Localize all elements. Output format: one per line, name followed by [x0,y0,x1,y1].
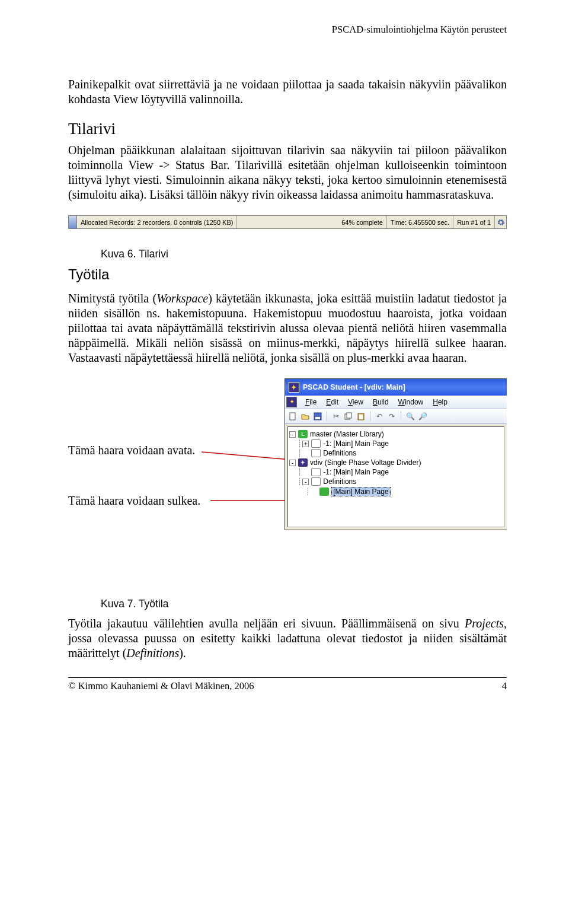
page-number: 4 [502,680,507,692]
redo-icon[interactable]: ↷ [386,411,397,422]
save-icon[interactable] [312,411,323,422]
collapse-icon[interactable]: - [289,460,296,466]
figure-caption: Kuva 7. Työtila [101,598,507,610]
running-header: PSCAD-simulointiohjelma Käytön perusteet [68,24,507,36]
menu-file[interactable]: File [301,398,321,406]
paragraph: Nimitystä työtila (Workspace) käytetään … [68,291,507,365]
tree-row: -Lmaster (Master Library) [289,429,503,439]
window-title: PSCAD Student - [vdiv: Main] [303,383,405,391]
tree-row: ┊+-1: [Main] Main Page [289,439,503,448]
status-progress: 64% complete [338,216,387,228]
zoom-in-icon[interactable]: 🔍 [405,411,415,422]
svg-rect-6 [347,413,351,418]
copy-icon[interactable] [343,411,354,422]
new-icon[interactable] [287,411,298,422]
app-icon: ✦ [286,397,297,407]
project-tree[interactable]: -Lmaster (Master Library) ┊+-1: [Main] M… [287,426,504,527]
page-icon [311,477,321,486]
library-icon: L [298,430,308,438]
pscad-window: ✦ PSCAD Student - [vdiv: Main] ✦ File Ed… [284,378,507,530]
status-time: Time: 6.455500 sec. [387,216,453,228]
project-icon: ✦ [298,458,308,467]
status-run: Run #1 of 1 [453,216,494,228]
menu-build[interactable]: Build [368,398,394,406]
paragraph: Painikepalkit ovat siirrettäviä ja ne vo… [68,77,507,107]
app-icon: ✦ [289,382,299,393]
callout-close-branch: Tämä haara voidaan sulkea. [68,494,200,508]
menu-view[interactable]: View [343,398,368,406]
tree-row: ┊Definitions [289,448,503,458]
menu-edit[interactable]: Edit [321,398,343,406]
section-heading: Työtila [68,266,507,283]
figure-workspace: Tämä haara voidaan avata. Tämä haara voi… [68,378,507,574]
page-icon [311,439,321,448]
page-icon [311,449,321,457]
cut-icon[interactable]: ✂ [331,411,341,422]
menu-help[interactable]: Help [428,398,452,406]
collapse-icon[interactable]: - [302,479,309,485]
window-titlebar: ✦ PSCAD Student - [vdiv: Main] [285,379,507,396]
figure-caption: Kuva 6. Tilarivi [101,248,507,260]
footer-copyright: © Kimmo Kauhaniemi & Olavi Mäkinen, 2006 [68,680,254,692]
open-icon[interactable] [300,411,311,422]
svg-rect-4 [315,417,320,419]
expand-icon[interactable]: + [302,441,309,447]
menu-window[interactable]: Window [394,398,429,406]
section-heading: Tilarivi [68,120,507,138]
svg-line-0 [202,452,296,460]
collapse-icon[interactable]: - [289,431,296,438]
toolbar: ✂ ↶ ↷ 🔍 🔎 [285,409,507,424]
page-icon [319,488,329,496]
svg-rect-2 [290,413,295,420]
paragraph: Ohjelman pääikkunan alalaitaan sijoittuv… [68,143,507,202]
svg-rect-8 [359,415,363,419]
tree-row: -✦vdiv (Single Phase Voltage Divider) [289,458,503,467]
statusbar-grip [69,216,77,228]
tree-row: ┊-Definitions [289,477,503,486]
tree-row: ┊-1: [Main] Main Page [289,467,503,477]
page-footer: © Kimmo Kauhaniemi & Olavi Mäkinen, 2006… [68,677,507,692]
undo-icon[interactable]: ↶ [374,411,385,422]
tree-row: ┊[Main] Main Page [289,486,503,497]
paragraph: Työtila jakautuu välilehtien avulla nelj… [68,616,507,661]
figure-statusbar: Allocated Records: 2 recorders, 0 contro… [68,215,507,229]
status-records: Allocated Records: 2 recorders, 0 contro… [77,216,237,228]
zoom-out-icon[interactable]: 🔎 [417,411,428,422]
gear-icon [494,216,506,228]
menubar: ✦ File Edit View Build Window Help [285,396,507,409]
callout-open-branch: Tämä haara voidaan avata. [68,444,195,457]
page-icon [311,468,321,476]
paste-icon[interactable] [356,411,366,422]
